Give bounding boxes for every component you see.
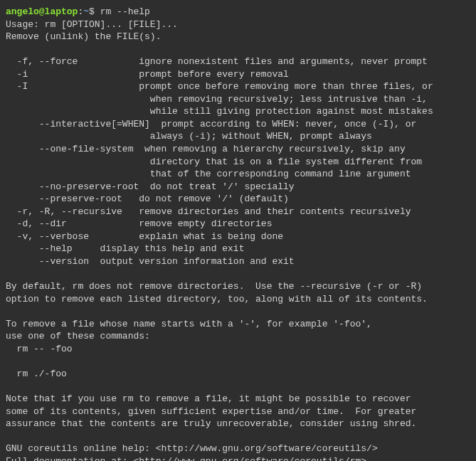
option-line: while still giving protection against mo… [6, 106, 433, 117]
option-line: when removing recursively; less intrusiv… [6, 94, 428, 105]
note-line: option to remove each listed directory, … [6, 294, 428, 304]
option-line: --preserve-root do not remove '/' (defau… [6, 194, 289, 204]
option-line: -i prompt before every removal [6, 69, 289, 80]
note-line: rm ./-foo [6, 369, 67, 379]
option-line: that of the corresponding command line a… [6, 169, 411, 179]
description-line: Remove (unlink) the FILE(s). [6, 31, 161, 42]
terminal-output[interactable]: angelo@laptop:~$ rm --help Usage: rm [OP… [6, 6, 470, 461]
option-line: --no-preserve-root do not treat '/' spec… [6, 181, 295, 192]
note-line: use one of these commands: [6, 331, 150, 341]
prompt-symbol: $ [89, 6, 95, 17]
note-line: To remove a file whose name starts with … [6, 319, 372, 329]
option-line: -v, --verbose explain what is being done [6, 231, 283, 242]
prompt-user: angelo@laptop [6, 6, 78, 17]
option-line: -r, -R, --recursive remove directories a… [6, 206, 411, 217]
option-line: --one-file-system when removing a hierar… [6, 144, 406, 154]
note-line: rm -- -foo [6, 344, 73, 354]
note-line: By default, rm does not remove directori… [6, 281, 422, 292]
prompt-path: ~ [83, 6, 89, 17]
option-line: directory that is on a file system diffe… [6, 157, 422, 167]
option-line: --interactive[=WHEN] prompt according to… [6, 119, 416, 129]
note-line: Full documentation at: <http://www.gnu.o… [6, 456, 366, 461]
note-line: assurance that the contents are truly un… [6, 418, 416, 429]
option-line: -d, --dir remove empty directories [6, 218, 272, 229]
option-line: -f, --force ignore nonexistent files and… [6, 56, 428, 67]
option-line: always (-i); without WHEN, prompt always [6, 131, 372, 142]
option-line: --version output version information and… [6, 256, 295, 267]
entered-command: rm --help [100, 6, 150, 17]
note-line: Note that if you use rm to remove a file… [6, 393, 411, 404]
note-line: some of its contents, given sufficient e… [6, 406, 416, 417]
option-line: --help display this help and exit [6, 243, 244, 254]
usage-line: Usage: rm [OPTION]... [FILE]... [6, 19, 178, 30]
option-line: -I prompt once before removing more than… [6, 81, 433, 92]
note-line: GNU coreutils online help: <http://www.g… [6, 443, 378, 454]
